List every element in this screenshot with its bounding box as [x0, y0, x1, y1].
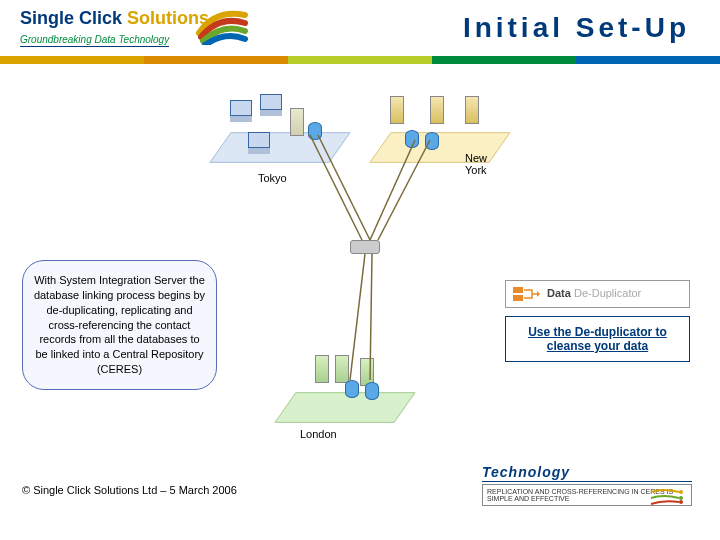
computer-icon: [230, 100, 252, 120]
server-icon: [390, 96, 404, 124]
server-icon: [290, 108, 304, 136]
deduplicator-brand: Data: [547, 287, 571, 299]
server-icon: [315, 355, 329, 383]
deduplicator-title: Data De-Duplicator: [547, 287, 641, 299]
svg-rect-6: [513, 287, 523, 293]
network-diagram: Tokyo New York London: [230, 80, 490, 460]
server-icon: [465, 96, 479, 124]
technology-subtext: REPLICATION AND CROSS-REFERENCING IN CER…: [487, 488, 673, 502]
database-icon: [425, 132, 439, 150]
database-icon: [405, 130, 419, 148]
logo-tagline: Groundbreaking Data Technology: [20, 34, 169, 47]
svg-point-9: [679, 490, 683, 494]
site-label-london: London: [300, 428, 337, 440]
technology-subtext-box: REPLICATION AND CROSS-REFERENCING IN CER…: [482, 484, 692, 506]
copyright-footer: © Single Click Solutions Ltd – 5 March 2…: [22, 484, 237, 496]
deduplicator-suffix: De-Duplicator: [574, 287, 641, 299]
technology-title: Technology: [482, 464, 692, 482]
database-icon: [365, 382, 379, 400]
server-icon: [430, 96, 444, 124]
callout-bubble-text: With System Integration Server the datab…: [34, 274, 205, 375]
technology-flow-icon: [649, 486, 689, 506]
callout-bubble: With System Integration Server the datab…: [22, 260, 217, 390]
logo-word-2: Click: [79, 8, 122, 28]
svg-point-10: [679, 496, 683, 500]
svg-rect-7: [513, 295, 523, 301]
site-label-newyork: New York: [465, 152, 490, 176]
deduplicator-panel: Data De-Duplicator: [505, 280, 690, 308]
site-floor-london: [274, 392, 415, 422]
site-floor-tokyo: [209, 132, 350, 162]
deduplicator-callout: Use the De-duplicator to cleanse your da…: [505, 316, 690, 362]
computer-icon: [248, 132, 270, 152]
slide-header: Single Click Solutions Groundbreaking Da…: [0, 0, 720, 60]
svg-point-11: [679, 500, 683, 504]
header-color-bar: [0, 56, 720, 64]
logo: Single Click Solutions Groundbreaking Da…: [20, 8, 209, 47]
database-icon: [345, 380, 359, 398]
technology-box: Technology REPLICATION AND CROSS-REFEREN…: [482, 464, 692, 506]
logo-swirl-icon: [195, 3, 250, 45]
site-label-tokyo: Tokyo: [258, 172, 287, 184]
server-icon: [335, 355, 349, 383]
hub-icon: [350, 240, 380, 254]
database-icon: [308, 122, 322, 140]
svg-marker-8: [537, 291, 540, 297]
slide-body: With System Integration Server the datab…: [0, 70, 720, 510]
page-title: Initial Set-Up: [463, 12, 690, 44]
deduplicator-icon: [512, 285, 540, 303]
logo-title: Single Click Solutions: [20, 8, 209, 29]
logo-word-1: Single: [20, 8, 74, 28]
computer-icon: [260, 94, 282, 114]
